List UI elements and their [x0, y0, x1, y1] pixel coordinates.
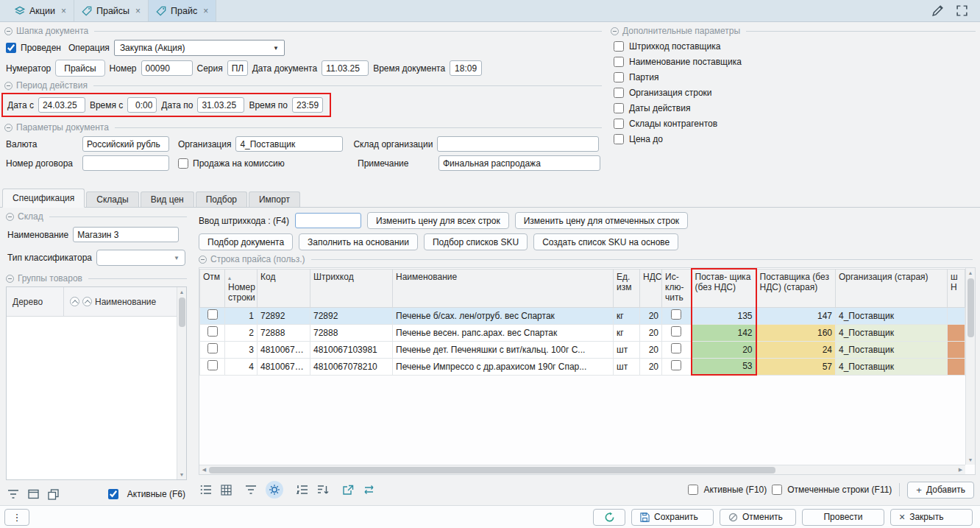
sort-asc-icon[interactable] [82, 297, 92, 306]
opt-supplier-name-checkbox[interactable] [614, 57, 624, 67]
window-tab-akcii[interactable]: Акции × [7, 0, 74, 21]
create-sku-list-button[interactable]: Создать список SKU на основе [533, 233, 678, 250]
tab-import[interactable]: Импорт [249, 191, 300, 207]
scroll-down-icon[interactable]: ▼ [177, 470, 186, 479]
pick-document-button[interactable]: Подбор документа [199, 233, 293, 250]
settings-gear-icon[interactable] [266, 481, 283, 499]
collapse-icon[interactable] [6, 213, 14, 221]
row-mark-checkbox[interactable] [207, 309, 218, 320]
numerator-button[interactable]: Прайсы [55, 60, 104, 77]
close-button[interactable]: × Закрыть [890, 509, 973, 526]
scroll-left-icon[interactable]: ◀ [199, 467, 209, 473]
tree-column-header[interactable]: Дерево [7, 287, 64, 316]
col-barcode[interactable]: Штрихкод [310, 269, 393, 307]
col-name[interactable]: Наименование [393, 269, 614, 307]
doc-time-input[interactable] [450, 60, 482, 76]
currency-input[interactable] [82, 136, 169, 152]
active-f10-checkbox[interactable] [688, 485, 698, 495]
post-button[interactable]: Провести [802, 509, 884, 526]
opt-batch-checkbox[interactable] [614, 72, 624, 82]
tab-specification[interactable]: Спецификация [2, 189, 85, 208]
row-exclude-checkbox[interactable] [671, 309, 681, 320]
list-icon[interactable] [200, 485, 212, 495]
pick-sku-lists-button[interactable]: Подбор списков SKU [424, 233, 528, 250]
swap-icon[interactable] [363, 485, 375, 495]
col-mark[interactable]: Отм [200, 269, 225, 307]
collapse-icon[interactable] [611, 27, 619, 35]
scroll-up-icon[interactable]: ▲ [177, 287, 186, 297]
col-row-number[interactable]: ▴ Номер строки [225, 269, 258, 307]
proveden-checkbox[interactable] [6, 43, 16, 53]
row-exclude-checkbox[interactable] [671, 343, 681, 353]
export-icon[interactable] [342, 485, 354, 496]
row-exclude-checkbox[interactable] [671, 360, 681, 370]
filter-icon[interactable] [245, 485, 257, 495]
organization-input[interactable] [235, 136, 343, 152]
scroll-right-icon[interactable]: ▶ [956, 467, 965, 473]
col-exclude[interactable]: Ис- клю- чить [662, 269, 692, 307]
scroll-down-icon[interactable]: ▼ [966, 455, 975, 465]
kebab-menu-button[interactable]: ⋮ [4, 509, 29, 526]
tree-body-empty[interactable] [7, 317, 186, 479]
collapse-icon[interactable] [4, 27, 13, 35]
cell-supplier-price[interactable]: 20 [692, 341, 756, 358]
collapse-icon[interactable] [4, 124, 13, 132]
change-price-marked-button[interactable]: Изменить цену для отмеченных строк [515, 212, 688, 229]
add-row-button[interactable]: + Добавить [907, 482, 974, 499]
collapse-icon[interactable] [199, 256, 207, 264]
window-icon[interactable] [28, 489, 39, 499]
sort-asc-icon[interactable] [70, 297, 79, 306]
time-from-input[interactable] [127, 97, 157, 113]
opt-counterparty-warehouses-checkbox[interactable] [614, 119, 624, 129]
fill-based-on-button[interactable]: Заполнить на основании [299, 233, 418, 250]
row-exclude-checkbox[interactable] [671, 326, 681, 337]
sort-icon[interactable] [317, 485, 329, 495]
tree-vertical-scrollbar[interactable]: ▲ ▼ [177, 287, 186, 479]
scrollbar-thumb[interactable] [179, 298, 185, 327]
collapse-icon[interactable] [6, 275, 14, 283]
col-unit[interactable]: Ед. изм [614, 269, 640, 307]
table-row[interactable]: 3 48100671... 4810067103981 Печенье дет.… [200, 341, 965, 358]
tab-selection[interactable]: Подбор [196, 191, 247, 207]
cell-supplier-price[interactable]: 142 [692, 324, 756, 341]
active-f6-checkbox[interactable] [108, 489, 118, 499]
table-vertical-scrollbar[interactable]: ▲ ▼ [965, 268, 975, 465]
refresh-button[interactable] [593, 509, 625, 526]
opt-row-organization-checkbox[interactable] [614, 88, 624, 98]
col-supplier-price[interactable]: Постав- щика (без НДС) [692, 269, 756, 307]
numbered-list-icon[interactable] [297, 485, 308, 495]
table-horizontal-scrollbar[interactable]: ◀ ▶ [199, 465, 965, 474]
number-input[interactable] [141, 60, 193, 76]
window-tab-prais[interactable]: Прайс × [149, 0, 216, 21]
save-button[interactable]: Сохранить [631, 509, 714, 526]
doc-date-input[interactable] [322, 60, 369, 76]
table-row[interactable]: 1 72892 72892 Печенье б/сах. лен/отруб. … [200, 307, 965, 324]
row-mark-checkbox[interactable] [207, 360, 218, 370]
scroll-up-icon[interactable]: ▲ [966, 268, 975, 278]
row-mark-checkbox[interactable] [207, 326, 218, 337]
filter-icon[interactable] [7, 489, 19, 499]
col-organization-old[interactable]: Организация (старая) [836, 269, 948, 307]
cell-supplier-price[interactable]: 53 [692, 358, 756, 375]
opt-price-to-checkbox[interactable] [614, 134, 624, 144]
close-tab-icon[interactable]: × [61, 6, 66, 16]
window-tab-praisy[interactable]: Прайсы × [74, 0, 149, 21]
close-tab-icon[interactable]: × [135, 6, 141, 16]
org-warehouse-input[interactable] [437, 136, 599, 152]
contract-input[interactable] [82, 155, 169, 171]
classifier-type-select[interactable]: ▼ [96, 250, 185, 266]
note-input[interactable] [438, 155, 600, 171]
date-to-input[interactable] [197, 97, 244, 113]
barcode-input[interactable] [295, 213, 361, 228]
scrollbar-thumb[interactable] [967, 278, 974, 337]
col-supplier-price-old[interactable]: Поставщика (без НДС) (старая) [756, 269, 836, 307]
tab-price-types[interactable]: Вид цен [141, 191, 194, 207]
cancel-button[interactable]: Отменить [720, 509, 796, 526]
change-price-all-button[interactable]: Изменить цену для всех строк [367, 212, 509, 229]
cell-supplier-price[interactable]: 135 [692, 307, 756, 324]
table-row[interactable]: 2 72888 72888 Печенье весен. рапс.арах. … [200, 324, 965, 341]
copy-icon[interactable] [48, 489, 59, 500]
opt-action-dates-checkbox[interactable] [614, 103, 624, 113]
close-tab-icon[interactable]: × [203, 6, 208, 16]
grid-icon[interactable] [221, 485, 232, 496]
